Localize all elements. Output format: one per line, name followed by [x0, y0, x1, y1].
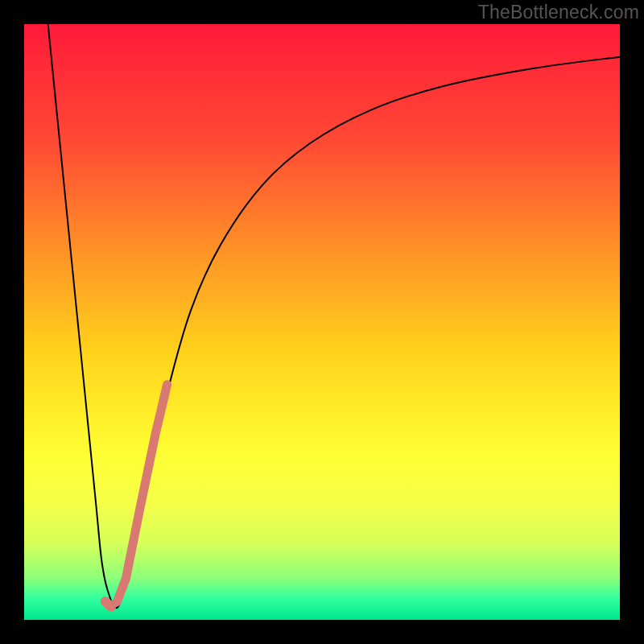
watermark-text: TheBottleneck.com	[478, 2, 639, 23]
chart-svg	[24, 24, 620, 620]
highlight-dot	[105, 601, 111, 607]
plot-area	[24, 24, 620, 620]
chart-frame: TheBottleneck.com	[0, 0, 644, 644]
gradient-background	[24, 24, 620, 620]
